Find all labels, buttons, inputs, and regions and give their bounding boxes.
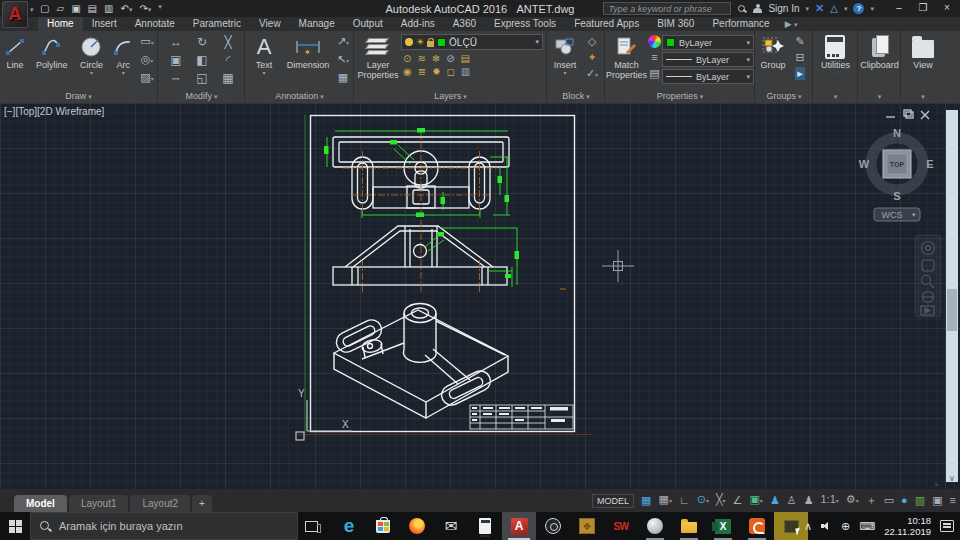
clipboard-button[interactable]: Clipboard: [860, 31, 899, 89]
insert-button[interactable]: Insert ▾: [548, 31, 582, 89]
layer-walk-tool-icon[interactable]: ▥: [461, 66, 470, 78]
sign-in-caret-icon[interactable]: ▾: [806, 5, 810, 13]
layer-on-all-tool-icon[interactable]: ◉: [403, 66, 412, 78]
tab-express-tools[interactable]: Express Tools: [485, 17, 565, 31]
line-button[interactable]: Line: [0, 31, 30, 89]
exchange-apps-icon[interactable]: ✕: [815, 2, 824, 15]
layer-match-tool-icon[interactable]: ▤: [461, 53, 470, 65]
tab-layout2[interactable]: Layout2: [130, 495, 190, 512]
draw-panel-title[interactable]: Draw: [65, 91, 91, 101]
layer-unisolate-tool-icon[interactable]: ≣: [418, 66, 426, 78]
taskbar-store[interactable]: [366, 512, 400, 540]
open-file-icon[interactable]: ▱: [56, 3, 64, 14]
layers-panel-title[interactable]: Layers: [434, 91, 466, 101]
polyline-button[interactable]: Polyline: [30, 31, 74, 89]
ellipse-tool-icon[interactable]: ◎▾: [137, 53, 157, 68]
grid-display-toggle-icon[interactable]: ▦: [641, 489, 651, 512]
network-globe-icon[interactable]: ⊕: [841, 520, 850, 533]
leader-tool-icon[interactable]: ↗▾: [334, 35, 352, 50]
dimension-button[interactable]: ✶ Dimension: [282, 31, 334, 89]
array-tool-icon[interactable]: ▦: [215, 70, 241, 88]
properties-panel-title[interactable]: Properties: [657, 91, 704, 101]
undo-icon[interactable]: ↶▾: [121, 3, 133, 14]
group-button[interactable]: Group: [756, 31, 790, 89]
a360-caret-icon[interactable]: ▾: [844, 5, 848, 13]
object-snap-toggle-icon[interactable]: ▣▾: [749, 488, 762, 513]
help-search-input[interactable]: [603, 2, 731, 15]
taskbar-edge[interactable]: e: [332, 512, 366, 540]
tab-model[interactable]: Model: [14, 495, 67, 512]
lineweight-dropdown[interactable]: ByLayer ▾: [662, 52, 754, 67]
annotation-visibility-toggle-icon[interactable]: ♟: [770, 489, 780, 512]
volume-icon[interactable]: [821, 521, 832, 531]
help-icon[interactable]: ?: [853, 3, 864, 14]
tab-view[interactable]: View: [250, 17, 290, 31]
isolate-objects-icon[interactable]: ●: [901, 489, 908, 512]
ortho-mode-toggle-icon[interactable]: ∟: [679, 489, 690, 512]
qat-customize-caret-icon[interactable]: ▾: [158, 3, 162, 14]
taskbar-solidworks[interactable]: SW: [604, 512, 638, 540]
object-color-dropdown[interactable]: ByLayer ▾: [662, 35, 754, 50]
taskbar-search-input[interactable]: [59, 520, 269, 532]
task-view-button[interactable]: [298, 512, 324, 540]
linetype-list-icon[interactable]: ▤: [649, 67, 659, 80]
view-button[interactable]: View: [912, 31, 934, 89]
sign-in-button[interactable]: Sign In: [768, 3, 799, 14]
tray-chevron-icon[interactable]: ∧: [804, 520, 812, 533]
document-window-controls[interactable]: [886, 110, 929, 119]
polar-tracking-toggle-icon[interactable]: ⊙▾: [697, 488, 709, 513]
copy-tool-icon[interactable]: ▣: [163, 52, 189, 70]
layer-off-tool-icon[interactable]: ⊙: [403, 53, 411, 65]
trim-tool-icon[interactable]: ╳: [215, 34, 241, 52]
clipboard-expand-caret-icon[interactable]: [878, 91, 882, 101]
tab-addins[interactable]: Add-ins: [392, 17, 444, 31]
object-snap-tracking-toggle-icon[interactable]: ∠: [733, 489, 743, 512]
circle-button[interactable]: Circle ▾: [74, 31, 110, 89]
tab-annotate[interactable]: Annotate: [126, 17, 184, 31]
annotation-panel-title[interactable]: Annotation: [275, 91, 324, 101]
scale-tool-icon[interactable]: ◱: [189, 70, 215, 88]
autodesk-a360-icon[interactable]: △: [830, 3, 838, 14]
rotate-tool-icon[interactable]: ↻: [189, 34, 215, 52]
workspace-switcher-icon[interactable]: ⚙▾: [846, 488, 859, 513]
search-icon[interactable]: [737, 4, 747, 14]
customization-menu-icon[interactable]: ≡: [950, 489, 956, 512]
application-menu-button[interactable]: A: [2, 1, 28, 28]
redo-icon[interactable]: ↷▾: [139, 3, 151, 14]
viewcube[interactable]: N S W E TOP: [859, 127, 934, 202]
multileader-tool-icon[interactable]: ↖▾: [334, 53, 352, 68]
tab-manage[interactable]: Manage: [290, 17, 344, 31]
tab-home[interactable]: Home: [38, 17, 83, 31]
ungroup-tool-icon[interactable]: ✎: [795, 35, 804, 48]
layer-dropdown[interactable]: ☀ ÖLÇÜ ▾: [401, 34, 543, 50]
close-button[interactable]: ×: [936, 1, 958, 16]
keyboard-icon[interactable]: ⌨: [859, 520, 875, 533]
text-button[interactable]: A Text ▾: [246, 31, 282, 89]
taskbar-gold-app[interactable]: ❖: [570, 512, 604, 540]
annotation-scale-button[interactable]: 1:1▾: [821, 488, 839, 513]
stretch-tool-icon[interactable]: ⇔: [163, 70, 189, 88]
move-tool-icon[interactable]: ↔: [163, 34, 189, 52]
taskbar-autocad[interactable]: A: [502, 512, 536, 540]
tab-featured-apps[interactable]: Featured Apps: [565, 17, 648, 31]
save-icon[interactable]: ▣: [71, 3, 80, 14]
model-space-canvas[interactable]: [−][Top][2D Wireframe]: [0, 103, 960, 489]
new-file-icon[interactable]: ▢: [40, 3, 49, 14]
layer-properties-button[interactable]: LayerProperties: [355, 31, 401, 89]
wcs-dropdown[interactable]: WCS ▾: [874, 208, 920, 221]
tab-output[interactable]: Output: [344, 17, 392, 31]
layer-unlock-tool-icon[interactable]: ◻: [447, 66, 455, 78]
taskbar-firefox[interactable]: [400, 512, 434, 540]
navigation-bar[interactable]: [915, 235, 941, 317]
help-caret-icon[interactable]: ▾: [870, 5, 874, 13]
taskbar-google-earth[interactable]: [638, 512, 672, 540]
taskbar-clock[interactable]: 10:18 22.11.2019: [884, 515, 931, 537]
create-block-tool-icon[interactable]: ◇: [582, 35, 602, 48]
color-wheel-icon[interactable]: [648, 35, 661, 48]
hardware-acceleration-icon[interactable]: ▥: [915, 489, 925, 512]
taskbar-mail[interactable]: ✉: [434, 512, 468, 540]
lineweight-list-icon[interactable]: ≡: [651, 51, 657, 64]
model-space-toggle[interactable]: MODEL: [592, 494, 634, 508]
edit-block-tool-icon[interactable]: ✦: [582, 51, 602, 64]
tab-insert[interactable]: Insert: [83, 17, 126, 31]
